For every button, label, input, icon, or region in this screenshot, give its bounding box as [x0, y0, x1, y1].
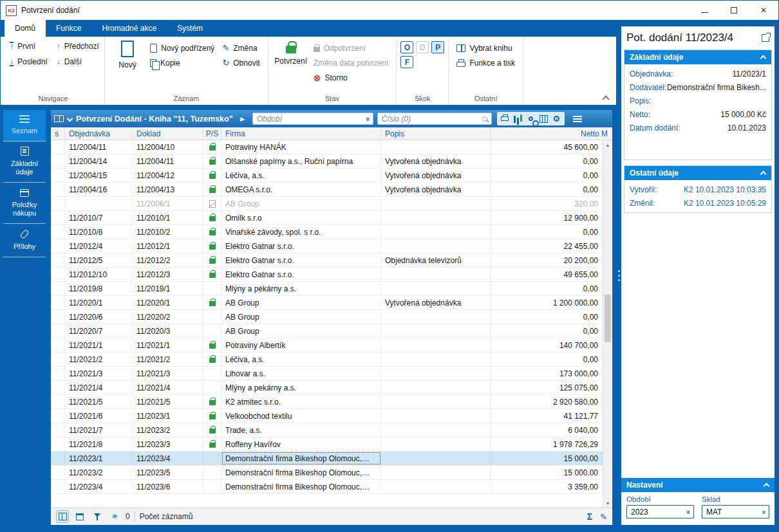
- sidebar-item-zakladni-udaje[interactable]: Základní údaje: [3, 142, 46, 183]
- obdobi-filter-input[interactable]: [253, 113, 366, 124]
- table-row[interactable]: 11/2012/1011/2012/3Elektro Gatnar s.r.o.…: [51, 268, 603, 282]
- sklad-select[interactable]: MAT »: [702, 505, 769, 518]
- new-button[interactable]: Nový: [109, 39, 146, 69]
- unconfirm-button[interactable]: Odpotvrzení: [310, 41, 393, 55]
- chart-icon[interactable]: [512, 113, 523, 124]
- table-row[interactable]: 11/2010/711/2010/1Omilk s.r.o12 900,00: [51, 211, 603, 225]
- confirm-button[interactable]: Potvrzení: [272, 39, 310, 66]
- select-book-button[interactable]: Vybrat knihu: [453, 41, 516, 55]
- tab-domu[interactable]: Domů: [5, 20, 46, 37]
- chevron-down-icon[interactable]: [68, 116, 72, 121]
- cislo-search-input[interactable]: [378, 113, 482, 124]
- open-external-icon[interactable]: [762, 34, 769, 42]
- jump-d-button[interactable]: D: [416, 41, 429, 53]
- first-button[interactable]: ↑ První: [6, 39, 52, 54]
- table-row[interactable]: 11/2004/1511/2004/12Léčiva, a.s.Vytvořen…: [51, 169, 603, 183]
- vertical-scrollbar[interactable]: ▲ ▼: [603, 140, 612, 508]
- copy-button[interactable]: Kopie: [146, 55, 218, 70]
- tab-funkce[interactable]: Funkce: [46, 20, 91, 37]
- window-controls: ✕: [690, 1, 778, 20]
- print-icon[interactable]: [500, 113, 511, 124]
- jump-p-button[interactable]: P: [431, 41, 444, 53]
- open-book-icon[interactable]: [54, 115, 64, 122]
- col-firma[interactable]: Firma: [221, 127, 381, 140]
- sidebar-item-seznam[interactable]: Seznam: [3, 110, 46, 142]
- jump-o-button[interactable]: O: [400, 41, 413, 53]
- scroll-up-icon[interactable]: ▲: [603, 140, 612, 149]
- col-s[interactable]: s: [51, 127, 65, 140]
- col-objednavka[interactable]: Objednávka: [65, 127, 133, 140]
- cell-objednavka: 11/2020/1: [65, 296, 133, 309]
- table-row[interactable]: 11/2021/411/2021/4Mlýny a pekárny a.s.12…: [51, 381, 603, 395]
- tab-hromadne-akce[interactable]: Hromadné akce: [91, 20, 167, 37]
- tab-system[interactable]: Systém: [167, 20, 213, 37]
- cell-doklad: 11/2020/3: [133, 324, 203, 338]
- calendar-icon[interactable]: [73, 510, 86, 523]
- table-row[interactable]: 11/2004/1411/2004/11Olšanské papírny a.s…: [51, 154, 603, 169]
- automation-icon[interactable]: [525, 113, 536, 124]
- col-netto[interactable]: Netto M: [491, 127, 612, 140]
- collapse-ribbon-icon[interactable]: [603, 95, 608, 100]
- dropdown-icon[interactable]: »: [365, 116, 371, 120]
- table-row[interactable]: 11/2023/211/2023/5Demonstrační firma Bik…: [51, 466, 603, 480]
- change-button[interactable]: ✎ Změna: [218, 41, 263, 55]
- table-row[interactable]: 11/2021/311/2021/3Lihovar a.s.173 000,00: [51, 367, 603, 381]
- section-header-nastaveni[interactable]: Nastavení: [621, 478, 774, 492]
- table-row[interactable]: 11/2020/111/2020/1AB GroupVytvořená obje…: [51, 296, 603, 310]
- obdobi-select[interactable]: 2023 »: [626, 505, 694, 518]
- table-row[interactable]: 11/2021/111/2021/1Potraviny Albertík140 …: [51, 338, 603, 353]
- table-row[interactable]: 11/2019/811/2019/1Mlýny a pekárny a.s.0,…: [51, 282, 603, 296]
- table-row[interactable]: 11/2006/1AB Group320,00: [51, 197, 603, 211]
- refresh-button[interactable]: ↻ Obnovit: [218, 55, 263, 70]
- view-grid-icon[interactable]: [56, 510, 69, 523]
- table-row[interactable]: 11/2021/211/2021/2Léčiva, a.s.0,00: [51, 353, 603, 367]
- splitter-handle[interactable]: [616, 20, 621, 531]
- confirmed-lock-icon: [209, 443, 216, 448]
- table-row[interactable]: 11/2010/811/2010/2Vinařské závody, spol.…: [51, 225, 603, 239]
- table-row[interactable]: 11/2004/1611/2004/13OMEGA s.r.o.Vytvořen…: [51, 183, 603, 197]
- next-button[interactable]: ↓ Další: [53, 55, 103, 69]
- table-row[interactable]: 11/2012/511/2012/2Elektro Gatnar s.r.o.O…: [51, 253, 603, 268]
- table-row[interactable]: 11/2023/111/2023/4Demonstrační firma Bik…: [51, 452, 603, 466]
- col-ps[interactable]: P/S: [203, 127, 221, 140]
- table-row[interactable]: 11/2021/511/2021/5K2 atmitec s.r.o.2 920…: [51, 395, 603, 409]
- edit-icon[interactable]: ✎: [600, 512, 607, 522]
- section-header-ostatni[interactable]: Ostatní údaje: [624, 166, 771, 180]
- close-button[interactable]: ✕: [749, 1, 778, 20]
- sum-icon[interactable]: Σ: [587, 511, 592, 522]
- col-popis[interactable]: Popis: [381, 127, 491, 140]
- previous-button[interactable]: ↑ Předchozí: [53, 39, 103, 54]
- auto-refresh-icon[interactable]: ✳: [108, 510, 121, 523]
- col-doklad[interactable]: Doklad: [133, 127, 203, 140]
- cell-objednavka: [65, 197, 133, 210]
- scrollbar-thumb[interactable]: [605, 295, 611, 342]
- change-confirm-date-button[interactable]: Změna data potvrzení: [310, 55, 393, 70]
- table-row[interactable]: 11/2012/411/2012/1Elektro Gatnar s.r.o.2…: [51, 239, 603, 253]
- sidebar-item-prilohy[interactable]: Přílohy: [3, 224, 46, 257]
- view-settings-icon[interactable]: [551, 113, 562, 124]
- storno-button[interactable]: ⊗ Storno: [310, 70, 393, 85]
- table-row[interactable]: 11/2021/811/2023/3Roffeny Havířov1 978 7…: [51, 437, 603, 452]
- expand-icon[interactable]: ▶: [237, 113, 249, 125]
- last-button[interactable]: ↓ Poslední: [6, 55, 52, 69]
- scroll-down-icon[interactable]: ▼: [603, 499, 612, 508]
- new-child-button[interactable]: Nový podřízený: [146, 41, 218, 55]
- functions-print-button[interactable]: Funkce a tisk: [453, 55, 519, 70]
- table-row[interactable]: 11/2020/711/2020/3AB Group0,00: [51, 324, 603, 338]
- section-header-zakladni[interactable]: Základní údaje: [624, 50, 771, 64]
- jump-f-button[interactable]: F: [400, 56, 413, 68]
- filter-icon[interactable]: [91, 510, 104, 523]
- sidebar-item-polozky-nakupu[interactable]: Položky nákupu: [3, 183, 46, 224]
- change-confirm-date-label: Změna data potvrzení: [314, 59, 389, 68]
- table-row[interactable]: 11/2023/411/2023/6Demonstrační firma Bik…: [51, 480, 603, 494]
- cell-popis: [381, 140, 491, 154]
- new-label: Nový: [118, 60, 136, 69]
- menu-icon[interactable]: [570, 110, 585, 127]
- columns-icon[interactable]: [538, 113, 549, 124]
- table-row[interactable]: 11/2021/611/2023/1Velkoobchod textilu41 …: [51, 409, 603, 423]
- table-row[interactable]: 11/2021/711/2023/2Trade, a.s.6 040,00: [51, 423, 603, 437]
- maximize-button[interactable]: [719, 1, 749, 20]
- table-row[interactable]: 11/2004/1111/2004/10Potraviny HANÁK45 60…: [51, 140, 603, 154]
- minimize-button[interactable]: [690, 1, 719, 20]
- table-row[interactable]: 11/2020/611/2020/2AB Group0,00: [51, 310, 603, 324]
